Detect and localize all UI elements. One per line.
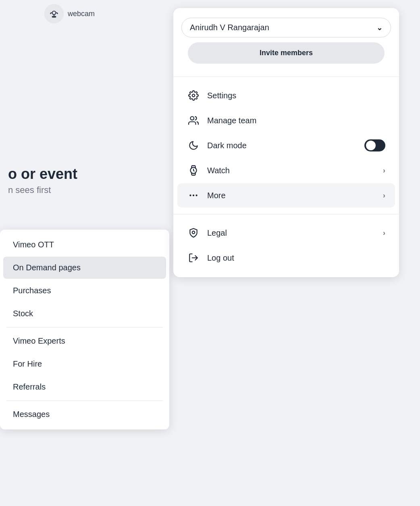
svg-point-3 — [192, 94, 195, 97]
chevron-down-icon: ⌄ — [376, 23, 383, 32]
left-menu-divider-referrals — [6, 400, 163, 401]
right-menu-item-label-more: More — [207, 191, 376, 200]
left-menu-item-messages[interactable]: Messages — [3, 403, 166, 425]
right-menu-item-dark-mode[interactable]: Dark mode — [177, 133, 395, 158]
toggle-track — [364, 139, 385, 151]
watch-icon — [187, 164, 200, 177]
right-menu-item-legal[interactable]: Legal› — [177, 221, 395, 245]
right-menu: Anirudh V Rangarajan ⌄ Invite members Se… — [173, 8, 399, 277]
svg-point-0 — [52, 11, 56, 15]
bg-text: o or event n sees first — [0, 157, 85, 203]
dark-mode-toggle[interactable] — [364, 139, 385, 151]
invite-members-button[interactable]: Invite members — [188, 42, 385, 64]
menu-divider-2 — [173, 214, 399, 214]
left-menu-item-vimeo-ott[interactable]: Vimeo OTT — [3, 234, 166, 256]
more-dots-icon — [187, 189, 200, 202]
right-menu-item-label-log-out: Log out — [207, 253, 385, 263]
webcam-label: webcam — [68, 10, 95, 18]
left-menu-item-purchases[interactable]: Purchases — [3, 280, 166, 302]
team-icon — [187, 114, 200, 127]
gear-icon — [187, 89, 200, 102]
right-menu-header: Anirudh V Rangarajan ⌄ Invite members — [173, 15, 399, 70]
svg-point-7 — [193, 195, 194, 196]
left-menu-item-for-hire[interactable]: For Hire — [3, 353, 166, 375]
right-menu-item-manage-team[interactable]: Manage team — [177, 108, 395, 133]
right-menu-item-label-dark-mode: Dark mode — [207, 141, 357, 150]
left-menu: Vimeo OTTOn Demand pagesPurchasesStockVi… — [0, 230, 169, 429]
shield-icon — [187, 226, 200, 239]
right-menu-item-settings[interactable]: Settings — [177, 83, 395, 108]
webcam-icon — [44, 4, 64, 23]
bg-subtitle: n sees first — [8, 185, 77, 195]
user-selector[interactable]: Anirudh V Rangarajan ⌄ — [181, 18, 391, 37]
svg-point-6 — [189, 195, 191, 196]
right-menu-item-label-watch: Watch — [207, 166, 376, 175]
menu-divider-1 — [173, 77, 399, 77]
svg-point-8 — [195, 195, 197, 196]
left-menu-divider-stock — [6, 327, 163, 328]
svg-point-4 — [190, 116, 194, 120]
svg-point-9 — [192, 231, 195, 234]
left-menu-item-on-demand-pages[interactable]: On Demand pages — [3, 257, 166, 279]
bg-title: o or event — [8, 165, 77, 182]
right-menu-item-more[interactable]: More› — [177, 183, 395, 207]
left-menu-item-vimeo-experts[interactable]: Vimeo Experts — [3, 330, 166, 352]
right-menu-item-label-legal: Legal — [207, 228, 376, 238]
chevron-right-icon: › — [383, 191, 385, 200]
right-menu-item-watch[interactable]: Watch› — [177, 158, 395, 182]
left-menu-item-referrals[interactable]: Referrals — [3, 376, 166, 398]
svg-rect-1 — [52, 17, 56, 17]
chevron-right-icon: › — [383, 229, 385, 237]
right-menu-item-log-out[interactable]: Log out — [177, 246, 395, 270]
webcam-area: webcam — [40, 0, 99, 27]
logout-icon — [187, 251, 200, 264]
right-menu-item-label-settings: Settings — [207, 91, 385, 100]
moon-icon — [187, 139, 200, 152]
user-name: Anirudh V Rangarajan — [190, 23, 269, 32]
right-menu-item-label-manage-team: Manage team — [207, 116, 385, 125]
left-menu-item-stock[interactable]: Stock — [3, 303, 166, 325]
toggle-thumb — [366, 141, 376, 150]
chevron-right-icon: › — [383, 166, 385, 175]
